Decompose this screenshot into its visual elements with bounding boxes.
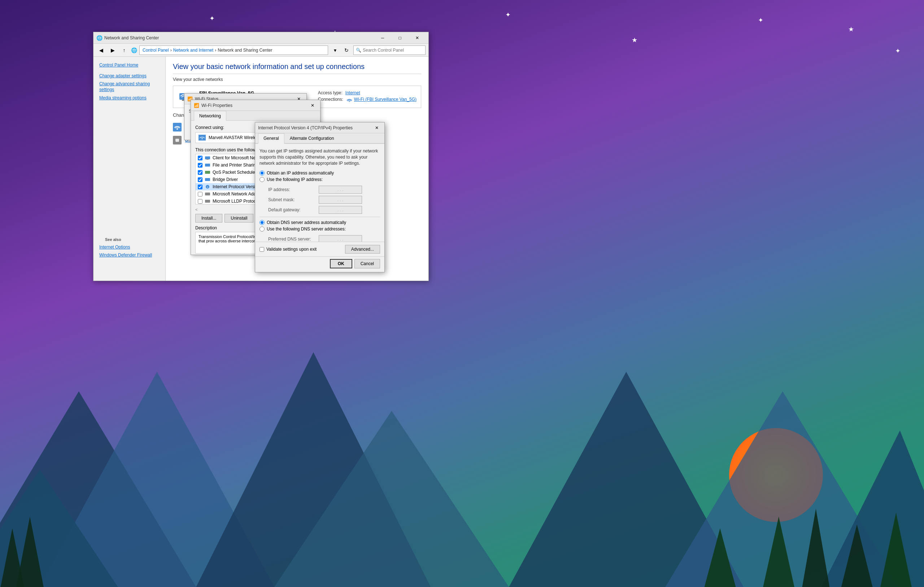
use-following-dns-option[interactable]: Use the following DNS server addresses:: [259, 227, 380, 231]
svg-marker-0: [0, 391, 196, 587]
window-title: Network and Sharing Center: [104, 35, 374, 40]
install-button[interactable]: Install...: [195, 214, 222, 223]
subnet-mask-input: . . .: [319, 196, 362, 204]
preferred-dns-input: . . .: [319, 235, 362, 241]
tab-alternate-config[interactable]: Alternate Configuration: [284, 133, 340, 143]
cancel-button[interactable]: Cancel: [355, 259, 380, 268]
client-checkbox[interactable]: [198, 156, 203, 160]
svg-rect-32: [205, 193, 210, 195]
sidebar-item-media-streaming[interactable]: Media streaming options: [94, 94, 165, 102]
lldp-icon: [205, 199, 210, 203]
close-button[interactable]: ✕: [409, 33, 426, 43]
sidebar-item-change-advanced[interactable]: Change advanced sharing settings: [94, 80, 165, 94]
ip-address-input: . . .: [319, 186, 362, 193]
obtain-dns-auto-radio[interactable]: [259, 220, 264, 225]
maximize-button[interactable]: □: [392, 33, 408, 43]
obtain-ip-auto-radio[interactable]: [259, 170, 264, 175]
ipv4-icon: 4: [205, 185, 210, 189]
star-icon: ★: [848, 25, 854, 33]
default-gateway-label: Default gateway:: [268, 207, 319, 212]
svg-rect-29: [205, 178, 210, 181]
star-icon: ✦: [210, 15, 215, 22]
sidebar-item-change-adapter[interactable]: Change adapter settings: [94, 72, 165, 80]
ip-ok-cancel-row: OK Cancel: [255, 256, 384, 272]
breadcrumb-sep-1: ›: [170, 48, 172, 53]
svg-marker-10: [705, 529, 736, 587]
svg-point-24: [202, 138, 203, 139]
ip-address-row: IP address: . . .: [259, 186, 380, 193]
subnet-dots: . . .: [337, 197, 343, 202]
tab-networking[interactable]: Networking: [194, 111, 226, 121]
ip-address-dots: . . .: [337, 187, 343, 192]
breadcrumb-dropdown-button[interactable]: ▾: [330, 46, 340, 55]
validate-checkbox[interactable]: [259, 247, 264, 252]
svg-point-18: [349, 101, 350, 102]
ip-tabs: General Alternate Configuration: [255, 133, 384, 144]
wifi-props-title: Wi-Fi Properties: [201, 103, 308, 108]
sidebar-item-windows-firewall[interactable]: Windows Defender Firewall: [99, 251, 160, 259]
connections-label: Connections:: [318, 97, 343, 102]
ip-dialog-close-button[interactable]: ✕: [372, 124, 381, 132]
svg-rect-25: [205, 156, 210, 159]
sidebar: Control Panel Home Change adapter settin…: [94, 57, 166, 281]
obtain-dns-auto-option[interactable]: Obtain DNS server address automatically: [259, 220, 380, 225]
client-icon: [205, 156, 210, 160]
breadcrumb[interactable]: Control Panel › Network and Internet › N…: [139, 46, 328, 55]
svg-rect-20: [175, 139, 179, 142]
ip-properties-dialog: Internet Protocol Version 4 (TCP/IPv4) P…: [255, 122, 385, 272]
advanced-button[interactable]: Advanced...: [345, 245, 380, 254]
up-button[interactable]: ↑: [119, 46, 129, 55]
refresh-button[interactable]: ↻: [342, 46, 351, 55]
breadcrumb-control-panel[interactable]: Control Panel: [143, 48, 169, 53]
svg-marker-4: [274, 411, 509, 587]
access-type-value: Internet: [345, 90, 360, 95]
back-button[interactable]: ◀: [96, 46, 106, 55]
window-titlebar: 🌐 Network and Sharing Center ─ □ ✕: [94, 32, 429, 44]
default-gateway-input: . . .: [319, 206, 362, 214]
page-title: View your basic network information and …: [173, 63, 421, 74]
svg-marker-7: [822, 431, 924, 587]
use-following-dns-radio[interactable]: [259, 227, 264, 231]
svg-marker-13: [842, 524, 873, 587]
breadcrumb-sharing-center[interactable]: Network and Sharing Center: [218, 48, 272, 53]
obtain-dns-auto-label: Obtain DNS server address automatically: [267, 220, 346, 225]
svg-marker-2: [0, 470, 118, 587]
file-sharing-checkbox[interactable]: [198, 163, 203, 168]
wifi-props-tabs: Networking: [191, 111, 320, 121]
bridge-label: Bridge Driver: [213, 177, 238, 182]
tab-general[interactable]: General: [258, 133, 284, 144]
qos-checkbox[interactable]: [198, 170, 203, 175]
forward-button[interactable]: ▶: [108, 46, 117, 55]
connections-value[interactable]: Wi-Fi (FBI Surveillance Van_5G): [354, 97, 416, 102]
bridge-icon: [205, 177, 210, 182]
star-icon: ✦: [758, 16, 763, 24]
subnet-mask-label: Subnet mask:: [268, 197, 319, 202]
dns-radio-group: Obtain DNS server address automatically …: [259, 220, 380, 231]
ipv4-checkbox[interactable]: [198, 185, 203, 189]
wifi-props-close-button[interactable]: ✕: [308, 101, 317, 110]
svg-marker-12: [802, 509, 830, 587]
ok-button[interactable]: OK: [330, 259, 352, 268]
mountain-background: [0, 235, 924, 587]
svg-marker-3: [196, 352, 431, 587]
svg-rect-21: [176, 141, 177, 142]
svg-rect-22: [178, 141, 178, 142]
search-input[interactable]: [363, 48, 423, 53]
sidebar-item-internet-options[interactable]: Internet Options: [99, 243, 160, 251]
bridge-checkbox[interactable]: [198, 177, 203, 182]
svg-marker-14: [880, 513, 912, 587]
minimize-button[interactable]: ─: [374, 33, 391, 43]
obtain-ip-auto-option[interactable]: Obtain an IP address automatically: [259, 170, 380, 175]
use-following-ip-option[interactable]: Use the following IP address:: [259, 177, 380, 182]
lldp-checkbox[interactable]: [198, 199, 203, 204]
window-controls: ─ □ ✕: [374, 33, 426, 43]
ip-dialog-footer: Validate settings upon exit Advanced...: [255, 241, 384, 256]
uninstall-button[interactable]: Uninstall: [224, 214, 253, 223]
ms-adapter-icon: [205, 192, 210, 196]
sidebar-item-control-panel-home[interactable]: Control Panel Home: [94, 61, 165, 69]
qos-label: QoS Packet Scheduler: [213, 170, 256, 175]
adapter-net-icon: [198, 135, 206, 141]
use-following-ip-radio[interactable]: [259, 177, 264, 182]
breadcrumb-network-internet[interactable]: Network and Internet: [173, 48, 213, 53]
ms-adapter-checkbox[interactable]: [198, 192, 203, 197]
